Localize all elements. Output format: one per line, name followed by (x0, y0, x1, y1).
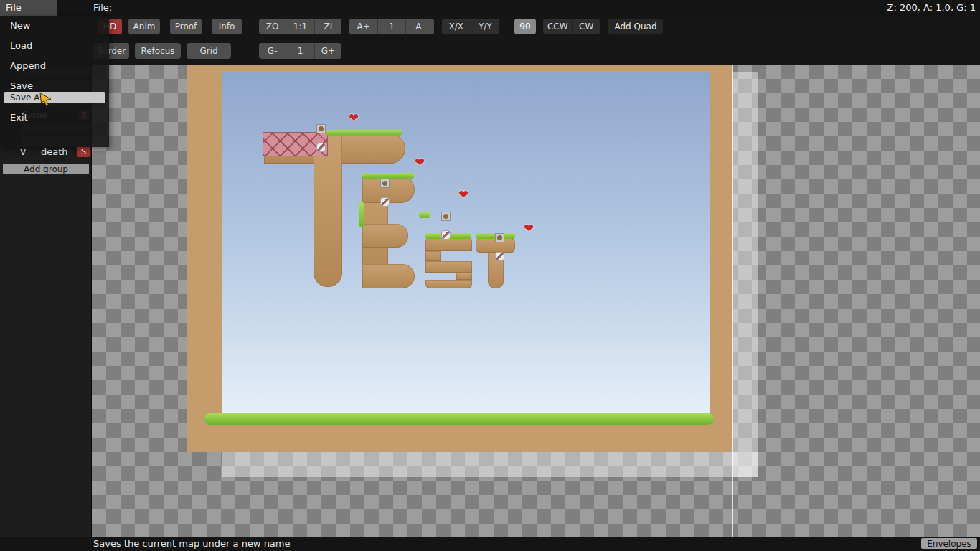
map-grass-accent (359, 202, 364, 227)
zoom-reset-button[interactable]: 1:1 (286, 19, 314, 34)
anim-speed-value[interactable]: 1 (377, 19, 405, 34)
map-grass-accent (419, 212, 430, 218)
map-letter-e-bottom (362, 264, 415, 288)
rotate-button-group: CCW CW (543, 19, 600, 34)
zoom-in-button[interactable]: ZI (314, 19, 341, 34)
status-hint-text: Saves the current map under a new name (93, 537, 291, 551)
menubar: File File: Z: 200, A: 1.0, G: 1 (0, 0, 980, 16)
heart-pickup-icon: ❤ (349, 112, 359, 124)
map-letter-e-mid (362, 224, 408, 248)
death-group-label[interactable]: death (41, 146, 68, 157)
anim-button[interactable]: Anim (128, 19, 160, 34)
map-boundary-line (732, 65, 733, 537)
map-letter-s-left (425, 251, 441, 261)
pickup-armor-icon (316, 124, 326, 133)
file-menu-button[interactable]: File (0, 0, 57, 16)
pickup-pair (316, 124, 326, 133)
map-grass-floor (204, 413, 714, 425)
zoom-out-button[interactable]: ZO (259, 19, 286, 34)
pickup-weapon-icon (441, 230, 451, 240)
offmap-overlay-bottom (222, 452, 758, 477)
cursor-icon (39, 93, 54, 107)
offmap-overlay-right (732, 72, 758, 477)
pickup-weapon-icon (380, 197, 390, 207)
menu-item-exit[interactable]: Exit (10, 112, 28, 123)
editor-root: TEST ❤ ❤ ❤ ❤ File File: Z: 200, A: 1.0, … (0, 0, 980, 551)
map-grass-accent (362, 173, 414, 179)
refocus-button[interactable]: Refocus (135, 43, 181, 59)
rotate-cw-button[interactable]: CW (572, 19, 600, 34)
menu-item-save[interactable]: Save (10, 80, 33, 92)
map-grass-accent (326, 130, 402, 136)
flip-button-group: X/X Y/Y (442, 19, 499, 34)
flip-x-button[interactable]: X/X (442, 19, 471, 34)
menu-item-save-as[interactable]: Save As (4, 92, 105, 103)
map-letter-s-right (456, 273, 472, 280)
add-group-button[interactable]: Add group (3, 164, 89, 174)
map-letter-s-mid (425, 261, 472, 273)
heart-pickup-icon: ❤ (524, 222, 534, 235)
statusbar: Saves the current map under a new name E… (0, 537, 980, 551)
rotate-ccw-button[interactable]: CCW (543, 19, 572, 34)
death-group-visible-toggle[interactable]: V (20, 147, 26, 157)
info-button[interactable]: Info (212, 19, 242, 34)
rotate-amount-button[interactable]: 90 (514, 19, 536, 34)
add-quad-button[interactable]: Add Quad (608, 19, 663, 34)
anim-speed-group: A+ 1 A- (349, 19, 434, 34)
grid-decrease-button[interactable]: G- (259, 43, 286, 59)
heart-pickup-icon: ❤ (415, 156, 425, 169)
file-dropdown-menu: New Load Append Save Save As Exit (0, 16, 109, 147)
zoom-status-readout: Z: 200, A: 1.0, G: 1 (887, 0, 976, 16)
envelopes-button[interactable]: Envelopes (921, 538, 977, 549)
anim-faster-button[interactable]: A+ (349, 19, 377, 34)
heart-pickup-icon: ❤ (458, 189, 468, 201)
pickup-weapon-icon (316, 143, 326, 152)
grid-toggle-button[interactable]: Grid (187, 43, 231, 59)
anim-slower-button[interactable]: A- (405, 19, 434, 34)
pickup-armor-icon (495, 233, 504, 242)
flip-y-button[interactable]: Y/Y (471, 19, 500, 34)
file-field-label: File: (93, 0, 112, 16)
pickup-pair (495, 233, 504, 242)
proof-button[interactable]: Proof (170, 19, 202, 34)
pickup-armor-icon (380, 179, 390, 188)
map-letter-t1-stem (314, 133, 342, 287)
death-group-switch-button[interactable]: S (77, 146, 90, 157)
grid-size-value[interactable]: 1 (286, 43, 314, 59)
pickup-armor-icon (441, 212, 451, 221)
grid-size-group: G- 1 G+ (259, 43, 341, 59)
pickup-weapon-icon (495, 252, 504, 261)
menu-item-append[interactable]: Append (10, 60, 46, 72)
map-letter-s-bottom (425, 280, 472, 288)
zoom-button-group: ZO 1:1 ZI (259, 19, 341, 34)
menu-item-new[interactable]: New (10, 20, 30, 32)
pickup-pair (380, 179, 390, 188)
menu-item-load[interactable]: Load (10, 40, 32, 52)
grid-increase-button[interactable]: G+ (314, 43, 341, 59)
pickup-pair (441, 212, 451, 221)
